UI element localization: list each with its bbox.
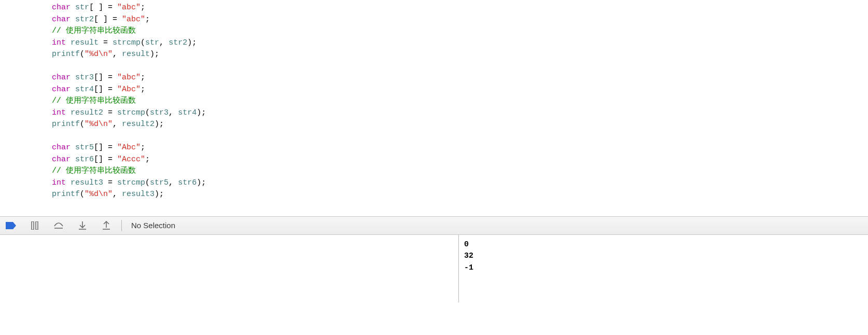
code-token: // 使用字符串比较函数 (52, 96, 136, 105)
code-token: ; (145, 155, 150, 164)
code-token: "Accc" (117, 155, 145, 164)
code-token: , (113, 50, 122, 59)
code-line[interactable]: int result2 = strcmp(str3, str4); (0, 107, 868, 119)
code-token (71, 155, 75, 164)
code-line[interactable]: // 使用字符串比较函数 (0, 165, 868, 177)
code-token: ); (150, 50, 159, 59)
code-token: str2 (169, 38, 187, 47)
step-over-icon[interactable] (53, 220, 64, 231)
debug-toolbar: No Selection (0, 216, 868, 235)
code-token: result3 (122, 190, 155, 199)
code-token: "Abc" (117, 85, 141, 94)
code-line[interactable]: char str5[] = "Abc"; (0, 142, 868, 154)
breakpoint-enable-icon[interactable] (5, 220, 17, 231)
code-token: str6 (75, 155, 94, 164)
code-token: char (52, 155, 71, 164)
code-token: str2 (75, 15, 94, 24)
code-token: , (113, 190, 122, 199)
code-token: str3 (150, 108, 169, 117)
code-token (71, 73, 75, 82)
code-line[interactable]: char str3[] = "abc"; (0, 72, 868, 84)
svg-rect-1 (36, 221, 38, 230)
code-token (66, 108, 71, 117)
code-line[interactable]: printf("%d\n", result); (0, 49, 868, 61)
svg-rect-0 (32, 221, 34, 230)
code-token: printf (52, 190, 80, 199)
code-token: ; (141, 85, 145, 94)
pause-icon[interactable] (29, 220, 40, 231)
code-line[interactable]: char str2[ ] = "abc"; (0, 14, 868, 26)
variables-pane[interactable] (0, 235, 459, 302)
code-token: str3 (75, 73, 94, 82)
code-token: int (52, 38, 66, 47)
code-token: [] = (94, 85, 117, 94)
code-token: [ ] = (89, 3, 117, 12)
code-line[interactable]: char str6[] = "Accc"; (0, 154, 868, 166)
code-token (71, 3, 75, 12)
console-output[interactable]: 0 32 -1 (459, 235, 868, 302)
code-line[interactable]: // 使用字符串比较函数 (0, 25, 868, 37)
code-token: "%d\n" (85, 120, 113, 129)
code-token: str6 (178, 178, 197, 187)
code-token: = (99, 38, 113, 47)
code-line[interactable]: printf("%d\n", result2); (0, 119, 868, 131)
code-token: int (52, 108, 66, 117)
code-token: result (122, 50, 150, 59)
code-token: strcmp (117, 108, 145, 117)
code-editor[interactable]: char str[ ] = "abc";char str2[ ] = "abc"… (0, 0, 868, 216)
code-line[interactable]: int result = strcmp(str, str2); (0, 37, 868, 49)
code-line[interactable]: printf("%d\n", result3); (0, 189, 868, 201)
code-token (66, 38, 71, 47)
code-line[interactable]: // 使用字符串比较函数 (0, 95, 868, 107)
code-token: ( (145, 108, 150, 117)
code-token: str (75, 3, 89, 12)
code-line[interactable]: char str4[] = "Abc"; (0, 84, 868, 96)
code-token: ; (141, 73, 145, 82)
code-token: , (169, 108, 178, 117)
code-token: , (159, 38, 169, 47)
code-token: printf (52, 50, 80, 59)
code-token (66, 178, 71, 187)
code-token: ); (187, 38, 197, 47)
code-token (71, 85, 75, 94)
code-line[interactable]: int result3 = strcmp(str5, str6); (0, 177, 868, 189)
code-token: str (145, 38, 159, 47)
code-token: str5 (150, 178, 169, 187)
debug-status-text: No Selection (131, 221, 175, 230)
code-token: char (52, 85, 71, 94)
code-token: [] = (94, 143, 117, 152)
code-token: ( (141, 38, 145, 47)
code-token: ); (155, 120, 164, 129)
code-token: ( (80, 120, 85, 129)
code-token: ( (145, 178, 150, 187)
code-token: char (52, 3, 71, 12)
code-line[interactable]: char str[ ] = "abc"; (0, 2, 868, 14)
code-token: str5 (75, 143, 94, 152)
code-token: ); (197, 178, 206, 187)
code-token: strcmp (113, 38, 141, 47)
code-token: // 使用字符串比较函数 (52, 166, 136, 175)
code-token: "abc" (117, 73, 141, 82)
code-token: result2 (71, 108, 103, 117)
step-into-icon[interactable] (77, 220, 88, 231)
code-token: result (71, 38, 99, 47)
code-token: char (52, 143, 71, 152)
code-token: result2 (122, 120, 155, 129)
code-token: result3 (71, 178, 103, 187)
code-token: "abc" (122, 15, 145, 24)
code-token: [] = (94, 73, 117, 82)
code-token: ( (80, 50, 85, 59)
step-out-icon[interactable] (101, 220, 112, 231)
code-token: char (52, 15, 71, 24)
code-token (71, 15, 75, 24)
toolbar-divider (121, 220, 122, 231)
code-line[interactable] (0, 61, 868, 73)
code-token: = (103, 178, 117, 187)
code-token: int (52, 178, 66, 187)
code-token: str4 (178, 108, 197, 117)
code-token: ); (155, 190, 164, 199)
code-token: strcmp (117, 178, 145, 187)
output-area: 0 32 -1 (0, 235, 868, 302)
code-token: [] = (94, 155, 117, 164)
code-line[interactable] (0, 131, 868, 143)
